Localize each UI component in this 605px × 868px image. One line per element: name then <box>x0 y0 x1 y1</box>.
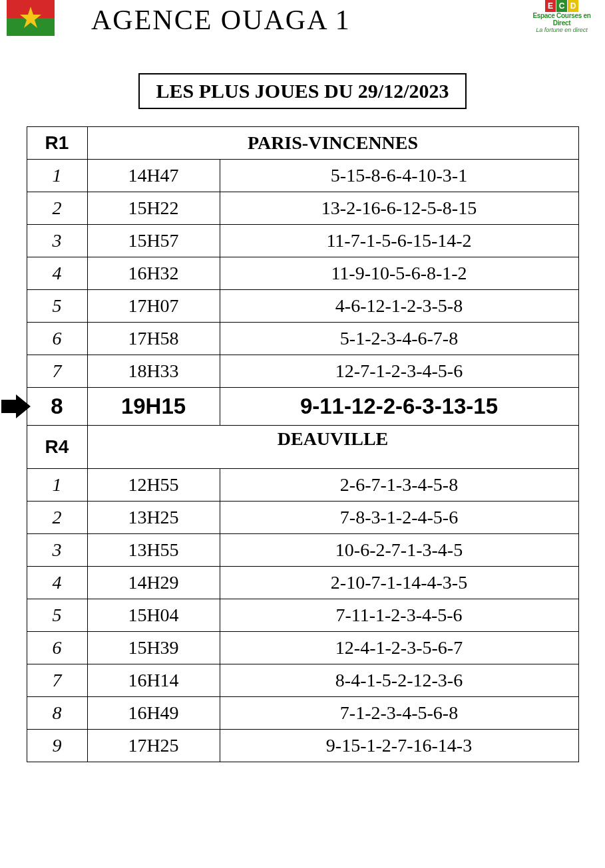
subtitle: LES PLUS JOUES DU 29/12/2023 <box>138 73 466 109</box>
table-row: 917H259-15-1-2-7-16-14-3 <box>27 730 578 762</box>
race-time: 17H07 <box>87 290 220 323</box>
page-header: AGENCE OUAGA 1 ECD Espace Courses en Dir… <box>0 0 605 40</box>
race-picks: 12-4-1-2-3-5-6-7 <box>220 632 578 664</box>
race-picks: 11-9-10-5-6-8-1-2 <box>220 257 578 290</box>
race-picks: 9-15-1-2-7-16-14-3 <box>220 730 578 762</box>
race-time: 13H25 <box>87 502 220 534</box>
race-time: 14H47 <box>87 160 220 192</box>
race-time: 13H55 <box>87 534 220 567</box>
race-picks: 5-15-8-6-4-10-3-1 <box>220 160 578 192</box>
brand-logo: ECD Espace Courses en Direct La fortune … <box>525 0 598 40</box>
race-time: 17H25 <box>87 730 220 762</box>
subtitle-container: LES PLUS JOUES DU 29/12/2023 <box>0 73 605 109</box>
race-picks: 11-7-1-5-6-15-14-2 <box>220 225 578 257</box>
table-row: 315H5711-7-1-5-6-15-14-2 <box>27 225 578 257</box>
race-picks: 2-6-7-1-3-4-5-8 <box>220 469 578 502</box>
race-time: 16H49 <box>87 697 220 730</box>
race-picks: 9-11-12-2-6-3-13-15 <box>220 388 578 426</box>
table-row: 615H3912-4-1-2-3-5-6-7 <box>27 632 578 664</box>
race-number: 5 <box>27 599 87 632</box>
table-row: 414H292-10-7-1-14-4-3-5 <box>27 567 578 599</box>
race-time: 16H14 <box>87 664 220 697</box>
race-time: 15H22 <box>87 192 220 225</box>
race-picks: 13-2-16-6-12-5-8-15 <box>220 192 578 225</box>
race-time: 16H32 <box>87 257 220 290</box>
race-picks: 7-1-2-3-4-5-6-8 <box>220 697 578 730</box>
race-number: 3 <box>27 534 87 567</box>
page-title: AGENCE OUAGA 1 <box>55 0 525 36</box>
race-time: 15H57 <box>87 225 220 257</box>
race-picks: 5-1-2-3-4-6-7-8 <box>220 323 578 355</box>
race-number: 5 <box>27 290 87 323</box>
race-time: 14H29 <box>87 567 220 599</box>
table-row: 517H074-6-12-1-2-3-5-8 <box>27 290 578 323</box>
brand-line2: La fortune en direct <box>525 27 598 33</box>
brand-line1: Espace Courses en Direct <box>525 12 598 27</box>
race-time: 15H04 <box>87 599 220 632</box>
table-row: 215H2213-2-16-6-12-5-8-15 <box>27 192 578 225</box>
race-number: 7 <box>27 664 87 697</box>
race-number: 6 <box>27 323 87 355</box>
race-number: 8 <box>27 388 87 426</box>
table-row: 617H585-1-2-3-4-6-7-8 <box>27 323 578 355</box>
table-row: 114H475-15-8-6-4-10-3-1 <box>27 160 578 192</box>
race-picks: 7-11-1-2-3-4-5-6 <box>220 599 578 632</box>
race-time: 12H55 <box>87 469 220 502</box>
table-row: 112H552-6-7-1-3-4-5-8 <box>27 469 578 502</box>
venue-name: PARIS-VINCENNES <box>87 127 578 160</box>
racing-table: R1PARIS-VINCENNES114H475-15-8-6-4-10-3-1… <box>27 126 579 762</box>
table-row: 819H159-11-12-2-6-3-13-15 <box>27 388 578 426</box>
flag-logo <box>7 0 55 36</box>
race-picks: 4-6-12-1-2-3-5-8 <box>220 290 578 323</box>
race-picks: 8-4-1-5-2-12-3-6 <box>220 664 578 697</box>
section-code: R1 <box>27 127 87 160</box>
race-number: 6 <box>27 632 87 664</box>
table-row: 515H047-11-1-2-3-4-5-6 <box>27 599 578 632</box>
table-row: 416H3211-9-10-5-6-8-1-2 <box>27 257 578 290</box>
race-number: 4 <box>27 567 87 599</box>
venue-name: DEAUVILLE <box>87 426 578 469</box>
race-number: 4 <box>27 257 87 290</box>
table-row: 213H257-8-3-1-2-4-5-6 <box>27 502 578 534</box>
brand-logo-badge: ECD <box>525 0 598 12</box>
table-row: 313H5510-6-2-7-1-3-4-5 <box>27 534 578 567</box>
race-number: 3 <box>27 225 87 257</box>
race-picks: 10-6-2-7-1-3-4-5 <box>220 534 578 567</box>
race-number: 2 <box>27 502 87 534</box>
race-picks: 2-10-7-1-14-4-3-5 <box>220 567 578 599</box>
table-wrap: R1PARIS-VINCENNES114H475-15-8-6-4-10-3-1… <box>0 126 605 762</box>
table-row: 718H3312-7-1-2-3-4-5-6 <box>27 355 578 388</box>
race-picks: 12-7-1-2-3-4-5-6 <box>220 355 578 388</box>
race-number: 2 <box>27 192 87 225</box>
race-time: 19H15 <box>87 388 220 426</box>
section-code: R4 <box>27 426 87 469</box>
table-row: 716H148-4-1-5-2-12-3-6 <box>27 664 578 697</box>
race-time: 15H39 <box>87 632 220 664</box>
race-time: 18H33 <box>87 355 220 388</box>
race-number: 1 <box>27 160 87 192</box>
race-picks: 7-8-3-1-2-4-5-6 <box>220 502 578 534</box>
race-number: 9 <box>27 730 87 762</box>
table-row: 816H497-1-2-3-4-5-6-8 <box>27 697 578 730</box>
race-time: 17H58 <box>87 323 220 355</box>
race-number: 7 <box>27 355 87 388</box>
race-number: 8 <box>27 697 87 730</box>
race-number: 1 <box>27 469 87 502</box>
